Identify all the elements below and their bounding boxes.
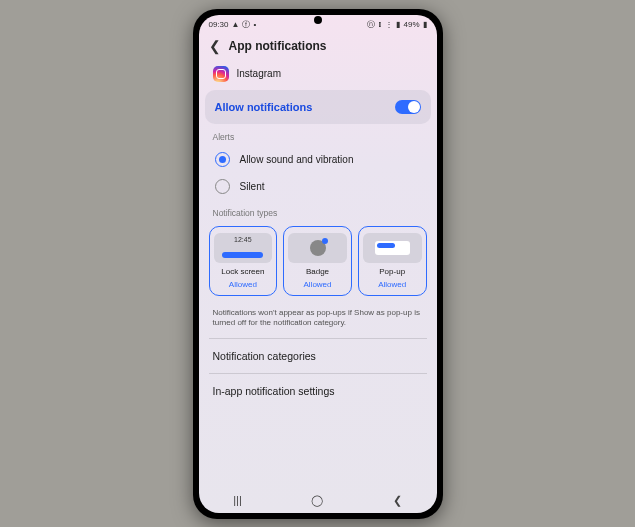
- back-icon[interactable]: ❮: [209, 38, 221, 54]
- battery-text: 49%: [403, 20, 419, 29]
- front-camera: [314, 16, 322, 24]
- card-lock-screen[interactable]: 12:45 Lock screen Allowed: [209, 226, 278, 296]
- signal-icon: ▮: [396, 20, 400, 29]
- vibrate-icon: ⫿: [378, 20, 382, 29]
- divider: [209, 338, 427, 339]
- alerts-section-label: Alerts: [199, 124, 437, 146]
- notification-type-cards: 12:45 Lock screen Allowed Badge Allowed …: [199, 222, 437, 300]
- nfc-icon: ⓝ: [367, 19, 375, 30]
- alert-option-sound[interactable]: Allow sound and vibration: [199, 146, 437, 173]
- phone-frame: 09:30 ▲ ⓕ • ⓝ ⫿ ⋮ ▮ 49% ▮ ❮ App notifica…: [193, 9, 443, 519]
- radio-unselected-icon: [215, 179, 230, 194]
- card-status: Allowed: [229, 280, 257, 289]
- page-title: App notifications: [229, 39, 327, 53]
- lock-screen-preview: 12:45: [214, 233, 273, 263]
- card-status: Allowed: [378, 280, 406, 289]
- cloud-icon: ▲: [232, 20, 240, 29]
- types-section-label: Notification types: [199, 200, 437, 222]
- card-label: Pop-up: [379, 267, 405, 276]
- nav-bar: ||| ◯ ❮: [199, 486, 437, 513]
- recents-icon[interactable]: |||: [233, 494, 242, 506]
- notification-categories-link[interactable]: Notification categories: [199, 341, 437, 371]
- dot-icon: •: [253, 20, 256, 29]
- card-status: Allowed: [304, 280, 332, 289]
- alert-option-label: Silent: [240, 181, 265, 192]
- lock-time: 12:45: [234, 236, 252, 243]
- alert-option-label: Allow sound and vibration: [240, 154, 354, 165]
- badge-preview: [288, 233, 347, 263]
- card-label: Lock screen: [221, 267, 264, 276]
- screen: 09:30 ▲ ⓕ • ⓝ ⫿ ⋮ ▮ 49% ▮ ❮ App notifica…: [199, 15, 437, 513]
- allow-toggle[interactable]: [395, 100, 421, 114]
- in-app-settings-link[interactable]: In-app notification settings: [199, 376, 437, 406]
- radio-selected-icon: [215, 152, 230, 167]
- app-name: Instagram: [237, 68, 281, 79]
- battery-icon: ▮: [423, 20, 427, 29]
- status-time: 09:30: [209, 20, 229, 29]
- wifi-icon: ⋮: [385, 20, 393, 29]
- card-badge[interactable]: Badge Allowed: [283, 226, 352, 296]
- home-icon[interactable]: ◯: [311, 494, 323, 507]
- instagram-icon: [213, 66, 229, 82]
- app-row: Instagram: [199, 60, 437, 90]
- badge-icon: [310, 240, 326, 256]
- popup-preview: [363, 233, 422, 263]
- allow-label: Allow notifications: [215, 101, 313, 113]
- divider: [209, 373, 427, 374]
- popup-icon: [375, 241, 410, 255]
- facebook-icon: ⓕ: [242, 19, 250, 30]
- allow-notifications-row[interactable]: Allow notifications: [205, 90, 431, 124]
- card-popup[interactable]: Pop-up Allowed: [358, 226, 427, 296]
- page-header: ❮ App notifications: [199, 32, 437, 60]
- alert-option-silent[interactable]: Silent: [199, 173, 437, 200]
- lock-bar-icon: [222, 252, 263, 258]
- card-label: Badge: [306, 267, 329, 276]
- footnote: Notifications won't appear as pop-ups if…: [199, 300, 437, 337]
- back-nav-icon[interactable]: ❮: [393, 494, 402, 507]
